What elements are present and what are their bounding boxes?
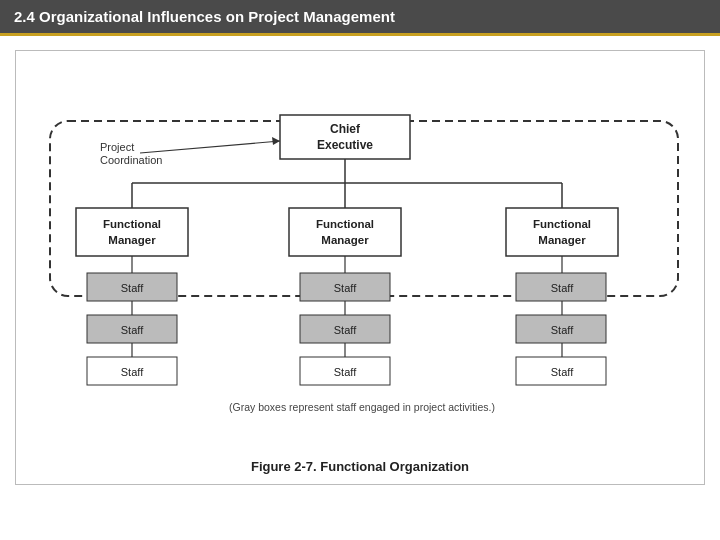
- svg-text:Chief: Chief: [330, 122, 361, 136]
- svg-rect-11: [76, 208, 188, 256]
- svg-text:Executive: Executive: [317, 138, 373, 152]
- svg-text:Functional: Functional: [533, 218, 591, 230]
- svg-text:Staff: Staff: [121, 366, 144, 378]
- page-header: 2.4 Organizational Influences on Project…: [0, 0, 720, 36]
- svg-text:Manager: Manager: [108, 234, 156, 246]
- svg-text:Functional: Functional: [103, 218, 161, 230]
- figure-caption: Figure 2-7. Functional Organization: [32, 459, 688, 474]
- svg-text:Staff: Staff: [334, 366, 357, 378]
- svg-text:Staff: Staff: [551, 324, 574, 336]
- svg-text:Staff: Staff: [551, 282, 574, 294]
- svg-rect-14: [289, 208, 401, 256]
- svg-text:(Gray boxes represent staff en: (Gray boxes represent staff engaged in p…: [229, 401, 495, 413]
- svg-text:Staff: Staff: [121, 282, 144, 294]
- svg-text:Manager: Manager: [321, 234, 369, 246]
- svg-rect-17: [506, 208, 618, 256]
- svg-text:Functional: Functional: [316, 218, 374, 230]
- diagram-container: Project Coordination Chief Executive Fun…: [15, 50, 705, 485]
- org-chart-svg: Project Coordination Chief Executive Fun…: [32, 63, 692, 453]
- svg-text:Staff: Staff: [334, 282, 357, 294]
- svg-line-1: [140, 141, 280, 153]
- svg-text:Staff: Staff: [121, 324, 144, 336]
- svg-text:Staff: Staff: [334, 324, 357, 336]
- svg-text:Manager: Manager: [538, 234, 586, 246]
- project-coordination-label: Project Coordination: [100, 141, 162, 166]
- svg-marker-2: [272, 137, 280, 145]
- main-content: Project Coordination Chief Executive Fun…: [0, 36, 720, 495]
- svg-text:Staff: Staff: [551, 366, 574, 378]
- header-title: 2.4 Organizational Influences on Project…: [14, 8, 395, 25]
